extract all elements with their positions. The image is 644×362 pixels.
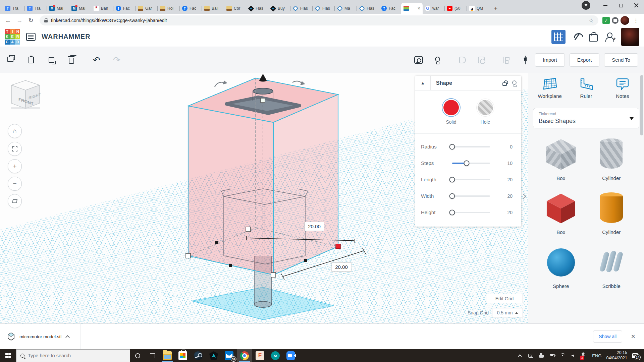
- back-button[interactable]: ←: [3, 16, 13, 25]
- search-input[interactable]: [28, 353, 126, 358]
- shape-thumbnail[interactable]: [543, 137, 578, 172]
- duplicate-button[interactable]: [46, 55, 56, 65]
- top-face-handle[interactable]: [261, 98, 265, 103]
- new-tab-button[interactable]: +: [491, 4, 500, 13]
- invite-person-icon[interactable]: +: [604, 32, 614, 42]
- browser-tab[interactable]: ×: [401, 3, 423, 14]
- shape-library-dropdown[interactable]: Tinkercad Basic Shapes: [533, 108, 639, 128]
- browser-tab[interactable]: Tra: [25, 3, 47, 14]
- browser-tab[interactable]: Gar: [136, 3, 158, 14]
- redo-button[interactable]: ↷: [112, 55, 122, 65]
- sidebar-collapse-chevron[interactable]: [521, 191, 527, 201]
- browser-tab[interactable]: Cor: [224, 3, 246, 14]
- mirror-button[interactable]: [520, 55, 530, 65]
- shape-item[interactable]: Box: [536, 186, 586, 237]
- taskbar-clock[interactable]: 20:15 04/04/2021: [606, 350, 627, 361]
- active-corner-handle[interactable]: [336, 244, 340, 249]
- dim-width-value[interactable]: 20.00: [308, 224, 321, 229]
- perspective-toggle-button[interactable]: [8, 194, 22, 208]
- taskbar-app[interactable]: [206, 349, 221, 362]
- browser-tab[interactable]: Ma: [335, 3, 357, 14]
- user-avatar[interactable]: [621, 28, 639, 46]
- copy-button[interactable]: [6, 55, 16, 65]
- downloaded-file-chip[interactable]: micromotor model.stl: [0, 324, 80, 349]
- taskbar-app[interactable]: [160, 349, 175, 362]
- shape-item[interactable]: Scribble: [586, 240, 637, 291]
- edge-handle[interactable]: [215, 241, 218, 244]
- slider-handle[interactable]: [464, 160, 469, 166]
- browser-tab[interactable]: Tra: [3, 3, 25, 14]
- forward-button[interactable]: →: [15, 16, 24, 25]
- align-button[interactable]: [501, 55, 512, 65]
- hide-bulb-icon[interactable]: [512, 80, 517, 85]
- shape-item[interactable]: Cylinder: [586, 186, 637, 237]
- browser-tab[interactable]: Flas: [357, 3, 379, 14]
- paste-button[interactable]: [26, 55, 36, 65]
- slider-track[interactable]: [452, 163, 490, 164]
- design-title[interactable]: WARHAMMER: [42, 33, 91, 41]
- shape-item[interactable]: Sphere: [536, 240, 586, 291]
- corner-handle[interactable]: [246, 227, 251, 232]
- browser-tab[interactable]: Ban: [91, 3, 113, 14]
- minecraft-pickaxe-icon[interactable]: [572, 32, 582, 42]
- show-all-button[interactable]: [414, 55, 424, 65]
- view-cube[interactable]: FRONT RIGHT: [9, 79, 42, 113]
- zoom-in-button[interactable]: +: [8, 159, 22, 173]
- battery-tray-icon[interactable]: [549, 353, 555, 359]
- slider-handle[interactable]: [449, 209, 455, 215]
- task-view-button[interactable]: [145, 349, 160, 362]
- shape-thumbnail[interactable]: [594, 245, 629, 280]
- start-button[interactable]: [0, 349, 16, 362]
- slider-handle[interactable]: [449, 193, 455, 199]
- browser-tab[interactable]: (50: [445, 3, 467, 14]
- taskbar-app[interactable]: 59: [221, 349, 237, 362]
- tab-close-icon[interactable]: ×: [418, 6, 420, 11]
- undo-button[interactable]: ↶: [92, 55, 102, 65]
- edge-handle[interactable]: [229, 264, 232, 267]
- browser-tab[interactable]: Rol: [158, 3, 180, 14]
- solid-option[interactable]: Solid: [443, 100, 459, 125]
- taskbar-search[interactable]: [16, 349, 130, 362]
- edit-grid-button[interactable]: Edit Grid: [486, 294, 523, 303]
- corner-handle[interactable]: [271, 273, 276, 277]
- ruler-tool[interactable]: Ruler: [569, 78, 603, 99]
- browser-tab[interactable]: Flas: [290, 3, 313, 14]
- shape-thumbnail[interactable]: [543, 245, 578, 280]
- language-indicator[interactable]: ENG: [592, 353, 601, 358]
- capture-tray-icon[interactable]: [528, 353, 534, 359]
- file-menu-chevron-icon[interactable]: [65, 335, 70, 340]
- sidebar-scrollbar[interactable]: [640, 75, 643, 135]
- rotate-handle-left[interactable]: [223, 80, 227, 84]
- export-button[interactable]: Export: [570, 53, 599, 67]
- browser-tab[interactable]: Mai: [69, 3, 91, 14]
- download-bar-close-icon[interactable]: ×: [631, 333, 635, 340]
- browser-tab[interactable]: Mai: [47, 3, 69, 14]
- unlock-icon[interactable]: [502, 82, 507, 86]
- cortana-button[interactable]: [130, 349, 145, 362]
- panel-collapse-button[interactable]: ▲: [415, 76, 431, 90]
- send-to-button[interactable]: Send To: [604, 53, 638, 67]
- url-bar[interactable]: tinkercad.com/things/dtkWOGVCgqe-swanky-…: [40, 15, 598, 25]
- restore-button[interactable]: [613, 0, 629, 11]
- browser-tab[interactable]: Ball: [202, 3, 224, 14]
- fit-view-button[interactable]: [8, 142, 22, 156]
- design-menu-icon[interactable]: [26, 33, 36, 41]
- extensions-puzzle-icon[interactable]: [612, 17, 619, 24]
- dropbox-tray-icon[interactable]: 3: [581, 353, 587, 359]
- 3d-viewport[interactable]: 20.00 20.00: [0, 73, 528, 323]
- home-view-button[interactable]: ⌂: [8, 124, 22, 138]
- browser-tab[interactable]: Flas: [313, 3, 335, 14]
- import-button[interactable]: Import: [535, 53, 565, 67]
- browser-tab[interactable]: Fac: [379, 3, 401, 14]
- browser-profile-avatar[interactable]: [621, 16, 629, 25]
- ungroup-button[interactable]: [476, 55, 486, 65]
- browser-tab[interactable]: Flas: [246, 3, 268, 14]
- solid-color-swatch[interactable]: [443, 100, 459, 115]
- slider-handle[interactable]: [449, 177, 455, 182]
- workplane-tool[interactable]: Workplane: [532, 78, 567, 99]
- taskbar-app[interactable]: [175, 349, 191, 362]
- dim-length-value[interactable]: 20.00: [335, 264, 348, 270]
- slider-track[interactable]: [452, 146, 490, 147]
- taskbar-app[interactable]: [252, 349, 268, 362]
- reload-button[interactable]: ↻: [26, 16, 36, 25]
